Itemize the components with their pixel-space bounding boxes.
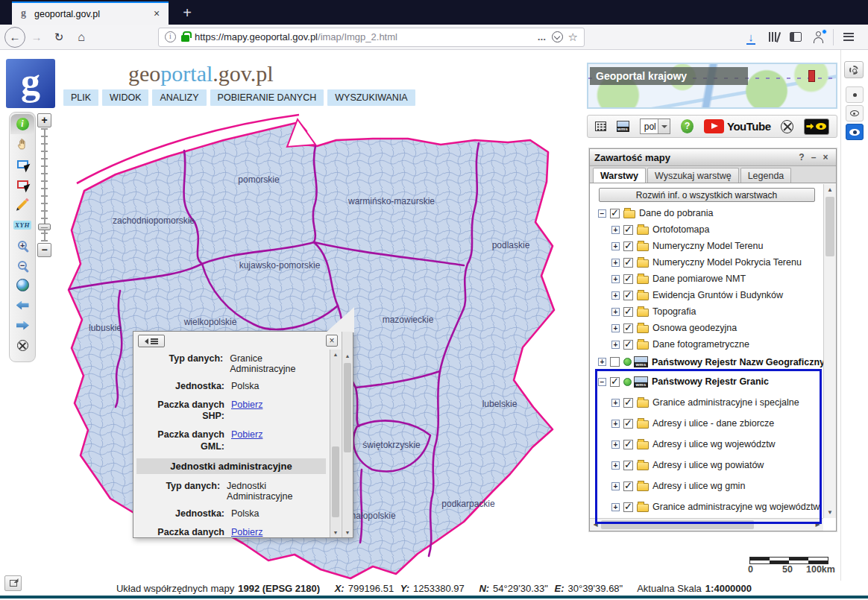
- layer-row[interactable]: + wms Dane fotogrametryczne: [594, 336, 823, 353]
- expand-toggle-icon[interactable]: +: [611, 503, 620, 511]
- center-map-tool-button[interactable]: [10, 335, 34, 356]
- reload-button[interactable]: [48, 27, 70, 48]
- layer-checkbox[interactable]: [623, 307, 633, 317]
- layer-label[interactable]: Dane pomiarowe NMT: [652, 274, 746, 284]
- coordinates-xyh-tool-button[interactable]: XYH: [10, 215, 34, 235]
- layer-label[interactable]: Adresy i ulice wg powiatów: [652, 460, 764, 470]
- layer-label[interactable]: Państwowy Rejestr Nazw Geograficzny: [652, 357, 823, 367]
- panel-vertical-scrollbar[interactable]: [823, 184, 836, 518]
- expand-toggle-icon[interactable]: +: [611, 259, 620, 267]
- menu-item[interactable]: PLIK: [63, 89, 98, 106]
- layer-label[interactable]: Topografia: [652, 306, 696, 317]
- previous-view-tool-button[interactable]: [10, 295, 34, 315]
- layer-label[interactable]: Ewidencja Gruntów i Budynków: [652, 290, 783, 300]
- menu-item[interactable]: ANALIZY: [152, 89, 206, 106]
- geoportal-logo[interactable]: g: [6, 59, 55, 108]
- scroll-down-icon[interactable]: [342, 528, 353, 537]
- layer-label[interactable]: Adresy i ulice wg województw: [652, 439, 776, 449]
- wms-icon[interactable]: wms: [617, 121, 629, 132]
- sidebar-toggle-icon[interactable]: [784, 27, 807, 48]
- layer-row[interactable]: + wms Ortofotomapa: [594, 221, 823, 238]
- layer-label[interactable]: Osnowa geodezyjna: [652, 323, 737, 333]
- layer-checkbox[interactable]: [623, 225, 633, 235]
- zoom-in-tool-button[interactable]: +: [10, 235, 34, 255]
- scroll-up-icon[interactable]: [330, 350, 341, 359]
- overview-minimap[interactable]: Geoportal krajowy: [587, 63, 837, 109]
- dot-size-button[interactable]: [846, 86, 864, 103]
- layer-label[interactable]: Granice administracyjne wg województw: [652, 502, 820, 512]
- layer-checkbox[interactable]: [610, 377, 620, 387]
- panel-tab[interactable]: Wyszukaj warstwę: [647, 168, 739, 183]
- layer-row[interactable]: + wms Państwowy Rejestr Nazw Geograficzn…: [594, 353, 823, 371]
- expand-toggle-icon[interactable]: +: [611, 440, 620, 449]
- popup-back-list-button[interactable]: [138, 335, 165, 347]
- scrollbar-thumb[interactable]: [601, 520, 754, 529]
- expand-toggle-icon[interactable]: +: [611, 275, 620, 283]
- download-link[interactable]: Pobierz: [231, 429, 262, 452]
- download-link[interactable]: Pobierz: [231, 527, 262, 537]
- layer-row[interactable]: + wms Granice administracyjne wg wojewód…: [594, 496, 823, 517]
- eye-outline-button[interactable]: [846, 105, 864, 121]
- popup-outer-scrollbar[interactable]: [342, 332, 353, 537]
- scroll-down-icon[interactable]: [824, 507, 836, 518]
- panel-help-button[interactable]: ?: [796, 152, 808, 162]
- layer-row[interactable]: + wms Numeryczny Model Pokrycia Terenu: [594, 254, 823, 271]
- zoom-out-tool-button[interactable]: −: [10, 255, 34, 275]
- layer-label[interactable]: Granice administracyjne i specjalne: [652, 397, 799, 408]
- layer-label[interactable]: Adresy i ulice wg gmin: [652, 481, 745, 491]
- scroll-up-icon[interactable]: [824, 184, 836, 195]
- expand-toggle-icon[interactable]: +: [611, 482, 620, 490]
- layer-checkbox[interactable]: [623, 461, 633, 470]
- eye-active-button[interactable]: [846, 124, 864, 140]
- layer-checkbox[interactable]: [623, 274, 633, 284]
- expand-toggle-icon[interactable]: +: [611, 308, 620, 316]
- layer-checkbox[interactable]: [623, 340, 633, 350]
- panel-tab[interactable]: Warstwy: [593, 168, 646, 183]
- layer-label[interactable]: Ortofotomapa: [652, 224, 709, 235]
- panel-close-button[interactable]: ×: [820, 152, 831, 162]
- downloads-icon[interactable]: [740, 27, 762, 48]
- expand-toggle-icon[interactable]: +: [611, 226, 620, 234]
- layer-checkbox[interactable]: [623, 323, 633, 333]
- expand-toggle-icon[interactable]: +: [611, 324, 620, 332]
- address-bar[interactable]: https://mapy.geoportal.gov.pl/imap/Imgp_…: [158, 28, 585, 47]
- youtube-button[interactable]: YouTube: [704, 119, 770, 133]
- expand-toggle-icon[interactable]: +: [611, 399, 620, 407]
- scroll-left-icon[interactable]: [590, 519, 601, 531]
- panel-horizontal-scrollbar[interactable]: [590, 518, 823, 531]
- new-tab-button[interactable]: [177, 4, 197, 23]
- menu-hamburger-icon[interactable]: [837, 27, 860, 48]
- layer-row[interactable]: + wms Topografia: [594, 303, 823, 320]
- grid-icon[interactable]: [595, 121, 606, 131]
- expand-toggle-icon[interactable]: +: [611, 291, 620, 300]
- language-select[interactable]: pol: [640, 119, 670, 134]
- site-info-icon[interactable]: [165, 31, 176, 42]
- expand-toggle-icon[interactable]: +: [611, 420, 620, 428]
- zoom-slider-thumb[interactable]: [38, 224, 51, 230]
- expand-toggle-icon[interactable]: +: [611, 242, 620, 250]
- expand-toggle-icon[interactable]: +: [611, 341, 620, 349]
- layer-label[interactable]: Numeryczny Model Pokrycia Terenu: [652, 257, 802, 268]
- zoom-slider-minus-button[interactable]: [37, 243, 51, 257]
- scroll-down-icon[interactable]: [330, 528, 341, 537]
- layer-row[interactable]: + wms Adresy i ulice wg województw: [594, 434, 823, 455]
- layer-row[interactable]: − wms Państwowy Rejestr Granic: [594, 371, 823, 392]
- scroll-up-icon[interactable]: [342, 351, 353, 361]
- menu-item[interactable]: WYSZUKIWANIA: [327, 89, 415, 106]
- home-button[interactable]: [70, 27, 92, 48]
- scrollbar-thumb[interactable]: [825, 197, 834, 256]
- contrast-accessibility-button[interactable]: [804, 119, 829, 135]
- download-link[interactable]: Pobierz: [231, 400, 262, 423]
- help-button[interactable]: [681, 119, 694, 133]
- scrollbar-thumb[interactable]: [344, 363, 351, 452]
- library-icon[interactable]: [762, 27, 784, 48]
- settings-gear-button[interactable]: [844, 61, 864, 78]
- full-extent-tool-button[interactable]: [10, 275, 34, 295]
- deselect-rectangle-tool-button[interactable]: [10, 174, 34, 195]
- layer-checkbox[interactable]: [623, 440, 633, 449]
- browser-tab[interactable]: g geoportal.gov.pl: [12, 1, 169, 25]
- select-rectangle-tool-button[interactable]: [10, 154, 34, 174]
- menu-item[interactable]: WIDOK: [102, 89, 148, 106]
- chevron-down-icon[interactable]: [658, 119, 670, 133]
- layer-row[interactable]: + wms Adresy i ulice wg powiatów: [594, 455, 823, 476]
